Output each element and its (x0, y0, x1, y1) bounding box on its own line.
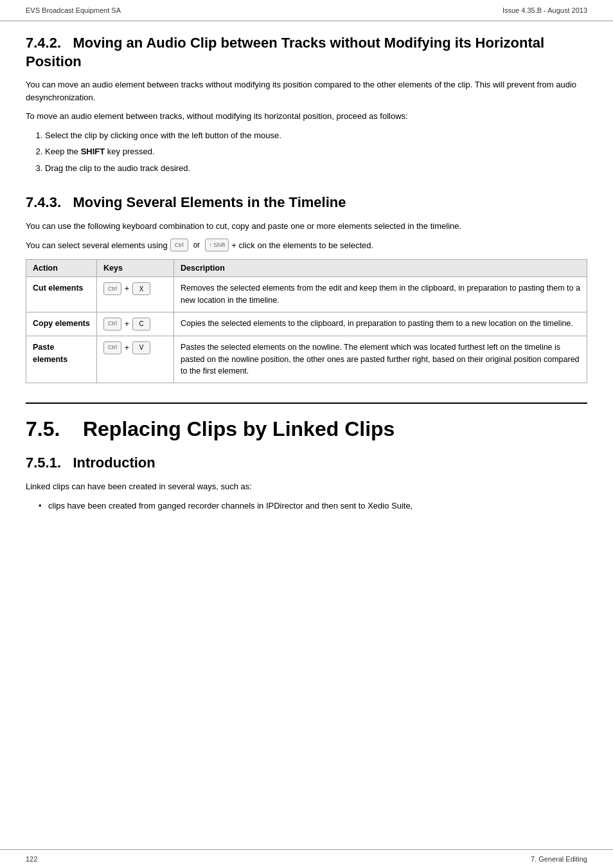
table-header-row: Action Keys Description (26, 260, 587, 277)
section-742-para2: To move an audio element between tracks,… (26, 110, 587, 123)
section-742-steps: Select the clip by clicking once with th… (45, 129, 587, 175)
step-2: Keep the SHIFT key pressed. (45, 145, 587, 158)
header-right: Issue 4.35.B - August 2013 (502, 6, 587, 14)
ctrl-key-copy: Ctrl (103, 318, 121, 330)
keys-copy-cell: Ctrl + C (103, 318, 167, 330)
select-text-after: + click on the elements to be selected. (231, 240, 373, 250)
section-743-number: 7.4.3. (26, 194, 61, 210)
plus-paste: + (125, 342, 129, 354)
page-header: EVS Broadcast Equipment SA Issue 4.35.B … (0, 0, 613, 21)
step-1: Select the clip by clicking once with th… (45, 129, 587, 142)
section-743: 7.4.3. Moving Several Elements in the Ti… (26, 194, 587, 383)
page-footer: 122 7. General Editing (0, 849, 613, 868)
th-description: Description (174, 260, 587, 277)
action-paste: Paste elements (26, 336, 97, 383)
section-75-number: 7.5. (26, 417, 60, 440)
header-left: EVS Broadcast Equipment SA (26, 6, 121, 14)
shift-key-badge: ↑ Shift (205, 239, 229, 251)
section-751-number: 7.5.1. (26, 455, 61, 471)
desc-paste: Pastes the selected elements on the nowl… (174, 336, 587, 383)
footer-left: 122 (26, 855, 37, 863)
x-key-cut: X (132, 282, 150, 295)
section-75-title: 7.5. Replacing Clips by Linked Clips (26, 417, 587, 441)
section-751-para1: Linked clips can have been created in se… (26, 480, 587, 493)
bullet-item-1: clips have been created from ganged reco… (39, 500, 587, 512)
section-742-title-text: Moving an Audio Clip between Tracks with… (26, 35, 544, 69)
action-cut: Cut elements (26, 277, 97, 312)
select-text-before: You can select several elements using (26, 240, 168, 250)
table-row-cut: Cut elements Ctrl + X (26, 277, 587, 312)
plus-cut: + (125, 283, 129, 294)
th-keys: Keys (97, 260, 174, 277)
section-751-title: 7.5.1. Introduction (26, 454, 587, 473)
keys-paste-cell: Ctrl + V (103, 341, 167, 354)
action-copy: Copy elements (26, 312, 97, 336)
desc-copy: Copies the selected elements to the clip… (174, 312, 587, 336)
section-75-title-text: Replacing Clips by Linked Clips (83, 417, 395, 440)
section-75: 7.5. Replacing Clips by Linked Clips (26, 417, 587, 441)
section-742-number: 7.4.2. (26, 35, 61, 51)
section-751-title-text: Introduction (73, 455, 155, 471)
ctrl-key-cut: Ctrl (103, 282, 121, 295)
section-751: 7.5.1. Introduction Linked clips can hav… (26, 454, 587, 512)
section-divider (26, 402, 587, 404)
table-row-copy: Copy elements Ctrl + C (26, 312, 587, 336)
section-751-bullets: clips have been created from ganged reco… (39, 500, 587, 512)
or-text: or (193, 240, 200, 249)
v-key-paste: V (132, 341, 150, 354)
desc-cut: Removes the selected elements from the e… (174, 277, 587, 312)
shift-key-label: SHIFT (81, 147, 105, 156)
key-combo-row: You can select several elements using Ct… (26, 239, 587, 251)
table-row-paste: Paste elements Ctrl + V (26, 336, 587, 383)
keys-cut-cell: Ctrl + X (103, 282, 167, 295)
section-743-para1: You can use the following keyboard combi… (26, 220, 587, 233)
plus-copy: + (125, 318, 129, 330)
section-743-title: 7.4.3. Moving Several Elements in the Ti… (26, 194, 587, 212)
section-742: 7.4.2. Moving an Audio Clip between Trac… (26, 34, 587, 174)
page: EVS Broadcast Equipment SA Issue 4.35.B … (0, 0, 613, 868)
step-3: Drag the clip to the audio track desired… (45, 162, 587, 175)
keys-paste: Ctrl + V (97, 336, 174, 383)
ctrl-key-badge: Ctrl (170, 239, 188, 251)
th-action: Action (26, 260, 97, 277)
section-742-para1: You can move an audio element between tr… (26, 78, 587, 104)
ctrl-key-paste: Ctrl (103, 341, 121, 354)
keys-copy: Ctrl + C (97, 312, 174, 336)
keys-cut: Ctrl + X (97, 277, 174, 312)
main-content: 7.4.2. Moving an Audio Clip between Trac… (0, 21, 613, 563)
section-743-title-text: Moving Several Elements in the Timeline (73, 194, 346, 210)
action-table: Action Keys Description Cut elements (26, 259, 587, 383)
footer-right: 7. General Editing (531, 855, 587, 863)
section-742-title: 7.4.2. Moving an Audio Clip between Trac… (26, 34, 587, 71)
c-key-copy: C (132, 318, 150, 330)
